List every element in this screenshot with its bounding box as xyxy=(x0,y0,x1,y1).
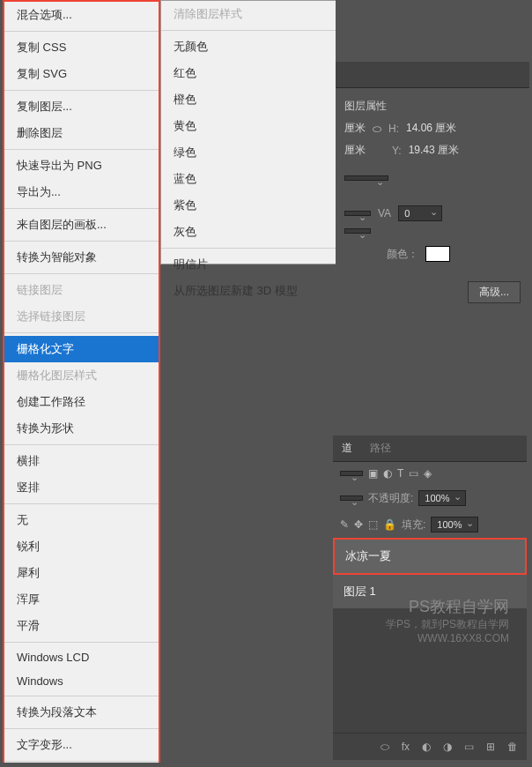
fill-value[interactable]: 100% xyxy=(431,517,478,532)
y-value: 19.43 厘米 xyxy=(409,143,459,158)
menu-item[interactable]: 转换为段落文本 xyxy=(4,699,159,726)
lock-move-icon[interactable]: ✥ xyxy=(354,518,363,531)
va-dropdown[interactable]: 0 xyxy=(398,205,442,221)
menu-separator xyxy=(4,273,159,274)
menu-item[interactable]: 竖排 xyxy=(4,474,159,501)
link-layers-icon[interactable]: ⬭ xyxy=(381,741,389,753)
va-label: VA xyxy=(378,207,391,220)
filter-text-icon[interactable]: T xyxy=(397,467,403,480)
menu-separator xyxy=(4,642,159,643)
adjustment-icon[interactable]: ◑ xyxy=(443,741,452,753)
menu-item[interactable]: 文字变形... xyxy=(4,732,159,758)
menu-item: 清除图层样式 xyxy=(161,1,337,27)
link-icon[interactable]: ⬭ xyxy=(373,123,381,135)
fill-label: 填充: xyxy=(402,518,425,532)
menu-item[interactable]: 创建工作路径 xyxy=(4,389,159,415)
blend-mode-dropdown[interactable] xyxy=(340,495,363,501)
menu-item[interactable]: 红色 xyxy=(161,60,337,86)
menu-separator xyxy=(4,241,159,242)
color-label: 颜色： xyxy=(387,247,418,262)
tab-paths[interactable]: 路径 xyxy=(361,436,400,461)
watermark-line2: WWW.16XX8.COM xyxy=(386,632,509,644)
mask-icon[interactable]: ◐ xyxy=(422,741,431,753)
dropdown-3[interactable] xyxy=(344,228,371,234)
menu-separator xyxy=(4,503,159,504)
menu-item[interactable]: 浑厚 xyxy=(4,586,159,613)
filter-adjust-icon[interactable]: ◐ xyxy=(383,467,392,480)
filter-image-icon[interactable]: ▣ xyxy=(368,467,378,480)
menu-item[interactable]: 来自图层的画板... xyxy=(4,212,159,238)
layer-item-selected[interactable]: 冰凉一夏 xyxy=(333,538,527,575)
filter-smart-icon[interactable]: ◈ xyxy=(424,467,432,480)
new-layer-icon[interactable]: ⊞ xyxy=(486,741,495,753)
menu-item[interactable]: 从所选图层新建 3D 模型 xyxy=(161,278,337,304)
advanced-button[interactable]: 高级... xyxy=(468,281,521,303)
layer-name-2: 图层 1 xyxy=(344,585,376,598)
trash-icon[interactable]: 🗑 xyxy=(507,741,518,753)
filter-shape-icon[interactable]: ▭ xyxy=(409,467,418,480)
color-swatch[interactable] xyxy=(425,246,450,262)
menu-item[interactable]: 橙色 xyxy=(161,86,337,113)
watermark-title: PS教程自学网 xyxy=(386,596,509,617)
opacity-value[interactable]: 100% xyxy=(418,490,466,506)
menu-item[interactable]: Windows xyxy=(4,669,159,693)
menu-separator xyxy=(4,332,159,333)
menu-item[interactable]: 转换为形状 xyxy=(4,415,159,442)
lock-icon[interactable]: ✎ xyxy=(340,518,349,531)
y-label: Y: xyxy=(392,145,402,157)
menu-item[interactable]: 蓝色 xyxy=(161,166,337,192)
menu-item[interactable]: 删除图层 xyxy=(4,120,159,146)
menu-separator xyxy=(4,208,159,209)
layers-footer: ⬭ fx ◐ ◑ ▭ ⊞ 🗑 xyxy=(333,733,527,760)
menu-item[interactable]: 复制 CSS xyxy=(4,34,159,61)
menu-item: 栅格化图层样式 xyxy=(4,362,159,389)
properties-tab-bar: 道 xyxy=(336,62,529,88)
unit-value-2: 厘米 xyxy=(344,143,366,158)
dropdown-1[interactable] xyxy=(344,175,388,181)
menu-item: 选择链接图层 xyxy=(4,303,159,330)
menu-item[interactable]: 紫色 xyxy=(161,192,337,219)
h-label: H: xyxy=(388,123,399,135)
menu-item[interactable]: 横排 xyxy=(4,448,159,474)
watermark: PS教程自学网 学PS，就到PS教程自学网 WWW.16XX8.COM xyxy=(386,596,509,644)
tab-channels[interactable]: 道 xyxy=(333,436,361,461)
menu-item[interactable]: 绿色 xyxy=(161,139,337,166)
menu-separator xyxy=(4,31,159,32)
fx-icon[interactable]: fx xyxy=(402,741,410,753)
menu-separator xyxy=(161,30,337,31)
layers-panel: 道 路径 ▣ ◐ T ▭ ◈ 不透明度: 100% ✎ ✥ ⬚ 🔒 填充: 10… xyxy=(333,436,527,760)
h-value: 14.06 厘米 xyxy=(406,121,456,136)
unit-value: 厘米 xyxy=(344,121,366,136)
menu-item: 链接图层 xyxy=(4,277,159,303)
menu-separator xyxy=(4,761,159,762)
menu-item[interactable]: 导出为... xyxy=(4,179,159,205)
menu-item[interactable]: 明信片 xyxy=(161,251,337,278)
lock-artboard-icon[interactable]: ⬚ xyxy=(368,518,378,531)
menu-item[interactable]: 犀利 xyxy=(4,560,159,586)
menu-separator xyxy=(4,149,159,150)
menu-item[interactable]: 栅格化文字 xyxy=(4,336,159,362)
menu-item[interactable]: 黄色 xyxy=(161,113,337,139)
menu-item[interactable]: 复制图层... xyxy=(4,93,159,120)
menu-item[interactable]: 平滑 xyxy=(4,613,159,639)
menu-separator xyxy=(4,90,159,91)
group-icon[interactable]: ▭ xyxy=(464,741,474,753)
context-menu-main: 混合选项...复制 CSS复制 SVG复制图层...删除图层快速导出为 PNG导… xyxy=(3,0,160,763)
opacity-label: 不透明度: xyxy=(368,491,413,506)
menu-item[interactable]: 锐利 xyxy=(4,533,159,560)
menu-item[interactable]: 灰色 xyxy=(161,219,337,245)
menu-item[interactable]: 转换为智能对象 xyxy=(4,244,159,271)
dropdown-2[interactable] xyxy=(344,211,371,216)
lock-all-icon[interactable]: 🔒 xyxy=(383,518,396,531)
menu-separator xyxy=(161,248,337,249)
menu-item[interactable]: 无颜色 xyxy=(161,34,337,60)
menu-item[interactable]: 无 xyxy=(4,507,159,533)
right-panel: 道 图层属性 厘米 ⬭ H: 14.06 厘米 厘米 Y: 19.43 厘米 V… xyxy=(336,0,529,763)
menu-separator xyxy=(4,444,159,445)
menu-item[interactable]: 快速导出为 PNG xyxy=(4,153,159,179)
layer-name-1: 冰凉一夏 xyxy=(345,549,391,562)
layer-filter-dropdown[interactable] xyxy=(340,471,363,476)
menu-item[interactable]: Windows LCD xyxy=(4,645,159,669)
menu-item[interactable]: 混合选项... xyxy=(4,2,159,28)
menu-item[interactable]: 复制 SVG xyxy=(4,61,159,87)
